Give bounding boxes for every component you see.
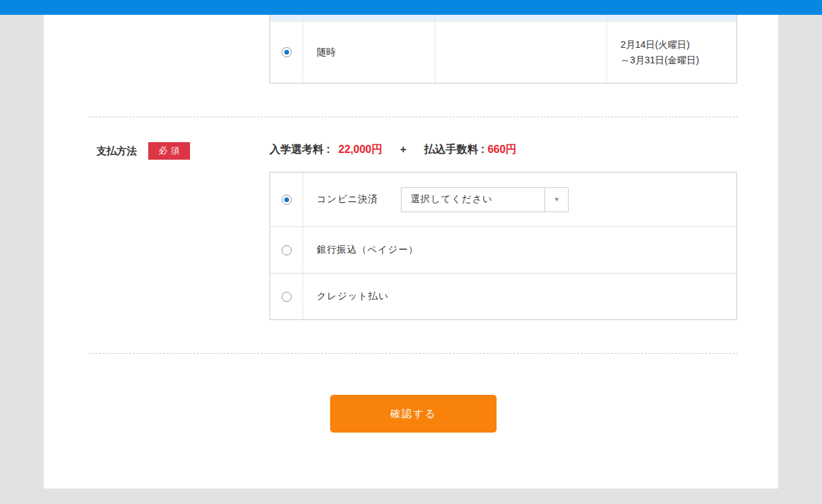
convenience-store-label: コンビニ決済 (317, 193, 378, 206)
payment-option-credit-card: クレジット払い (270, 274, 736, 319)
confirm-button[interactable]: 確認する (330, 395, 497, 433)
payment-options-table: コンビニ決済 選択してください ▼ 銀行振込（ペイジー） (270, 172, 737, 320)
fee-line: 入学選考料 : 22,000円 + 払込手数料 : 660円 (270, 141, 516, 158)
convenience-store-dropdown[interactable]: 選択してください ▼ (401, 187, 569, 212)
fee-plus-sign: + (400, 144, 406, 155)
section-divider-top (89, 117, 738, 117)
dropdown-placeholder: 選択してください (402, 188, 544, 212)
convenience-store-radio-selected[interactable] (282, 195, 292, 205)
payment-option-bank-transfer: 銀行振込（ペイジー） (270, 227, 736, 274)
schedule-period-cell: 2月14日(火曜日) ～3月31日(金曜日) (607, 22, 736, 83)
handling-fee-label: 払込手数料 : (424, 144, 484, 155)
exam-fee-label: 入学選考料 : (270, 144, 330, 155)
bank-transfer-radio[interactable] (282, 245, 292, 255)
credit-card-label: クレジット払い (317, 290, 389, 303)
schedule-empty-cell (435, 22, 607, 83)
payment-option-convenience-store: コンビニ決済 選択してください ▼ (270, 172, 736, 227)
chevron-down-icon: ▼ (554, 196, 560, 203)
content-card: 随時 2月14日(火曜日) ～3月31日(金曜日) 支払方法 必須 入学選考料 … (44, 0, 778, 489)
exam-fee-value: 22,000円 (338, 144, 382, 155)
schedule-label-cell: 随時 (303, 22, 435, 83)
schedule-radio-cell (270, 22, 303, 83)
credit-card-radio[interactable] (282, 292, 292, 302)
schedule-label: 随時 (317, 46, 336, 59)
handling-fee-value: 660円 (488, 144, 517, 155)
bank-transfer-label: 銀行振込（ペイジー） (317, 244, 418, 256)
schedule-table: 随時 2月14日(火曜日) ～3月31日(金曜日) (270, 5, 737, 84)
schedule-radio-selected[interactable] (282, 47, 292, 57)
top-header-bar (0, 0, 822, 15)
schedule-period-line1: 2月14日(火曜日) (621, 37, 699, 53)
schedule-period-line2: ～3月31日(金曜日) (621, 53, 699, 68)
required-badge: 必須 (148, 142, 190, 160)
schedule-table-row: 随時 2月14日(火曜日) ～3月31日(金曜日) (270, 22, 736, 83)
section-divider-bottom (89, 353, 738, 354)
schedule-period: 2月14日(火曜日) ～3月31日(金曜日) (621, 37, 699, 68)
payment-method-label: 支払方法 (96, 142, 137, 160)
